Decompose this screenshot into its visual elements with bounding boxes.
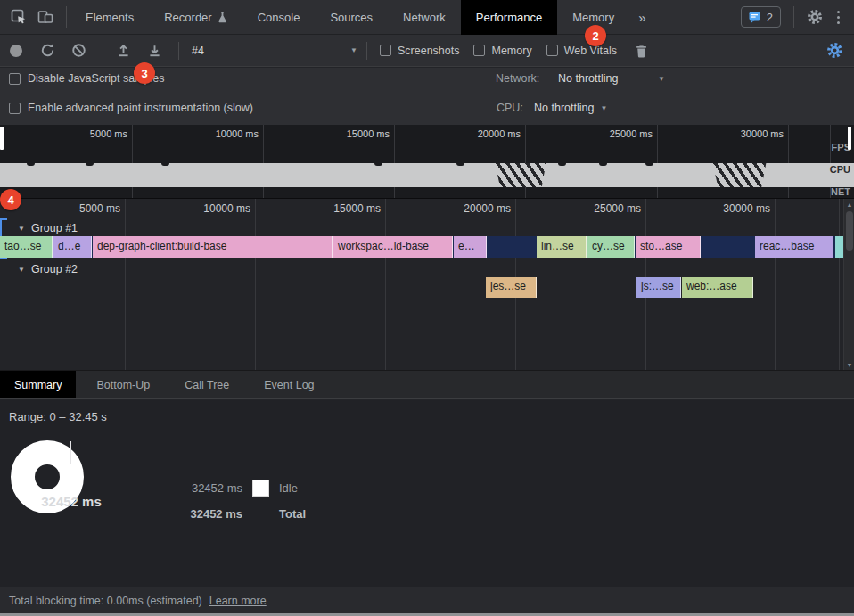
time-tick: 30000 ms: [723, 202, 770, 215]
flame-bar[interactable]: dep-graph-client:build-base: [93, 236, 333, 258]
flame-bar[interactable]: e…: [454, 236, 487, 258]
flame-bar[interactable]: js:…se: [636, 277, 681, 298]
performance-toolbar: #4 ▼ Screenshots Memory Web Vitals: [0, 35, 854, 67]
tab-elements[interactable]: Elements: [70, 0, 149, 35]
cpu-dip: [599, 163, 607, 166]
flame-chart[interactable]: 5000 ms 10000 ms 15000 ms 20000 ms 25000…: [0, 198, 854, 370]
chat-bubble-icon: [749, 12, 761, 23]
cpu-track-label: CPU: [830, 164, 850, 175]
time-tick: 25000 ms: [610, 128, 653, 139]
checkbox-box: [380, 45, 391, 56]
flame-bar[interactable]: jes…se: [486, 277, 537, 298]
tab-performance[interactable]: Performance: [461, 0, 557, 35]
devtools-window: Elements Recorder Console Sources Networ…: [0, 0, 854, 616]
capture-settings-pane: Disable JavaScript samples Enable advanc…: [0, 68, 854, 125]
inspect-element-icon[interactable]: [11, 9, 27, 25]
time-tick: 25000 ms: [594, 202, 641, 215]
checkbox-box: [473, 45, 485, 56]
flame-bar[interactable]: web:…ase: [682, 277, 753, 298]
cpu-hatched-region: [493, 163, 548, 187]
learn-more-link[interactable]: Learn more: [209, 595, 267, 607]
flame-bar[interactable]: workspac…ld-base: [333, 236, 453, 258]
scroll-down-arrow[interactable]: ▼: [844, 362, 854, 368]
time-tick: 15000 ms: [347, 128, 390, 139]
details-tabbar: Summary Bottom-Up Call Tree Event Log: [0, 370, 854, 399]
divider: [103, 42, 103, 60]
device-toolbar-icon[interactable]: [37, 9, 53, 25]
summary-panel: Range: 0 – 32.45 s 32452 ms 32452 ms Idl…: [0, 400, 854, 587]
cpu-throttling-select[interactable]: CPU: No throttling ▼: [497, 102, 607, 114]
time-tick: 20000 ms: [464, 202, 511, 215]
feedback-count: 2: [767, 11, 773, 24]
group-1-header[interactable]: ▼ Group #1: [18, 222, 78, 234]
time-tick: 10000 ms: [216, 128, 259, 139]
capture-settings-gear-icon[interactable]: [826, 42, 843, 59]
tab-event-log[interactable]: Event Log: [250, 371, 328, 398]
tab-console[interactable]: Console: [242, 0, 316, 35]
group-2-header[interactable]: ▼ Group #2: [18, 263, 78, 275]
divider: [178, 42, 179, 60]
checkbox-box: [9, 73, 21, 85]
activity-donut-chart: 32452 ms: [11, 440, 132, 562]
flame-bar[interactable]: lin…se: [537, 236, 587, 258]
chevron-down-icon: ▼: [350, 46, 357, 54]
cpu-dip: [456, 163, 464, 166]
more-tabs-button[interactable]: »: [629, 10, 654, 25]
range-handle-right[interactable]: [848, 127, 851, 150]
checkbox-box: [546, 45, 558, 56]
group-1-track: tao…se d…e dep-graph-client:build-base w…: [0, 236, 843, 258]
devtools-tabbar: Elements Recorder Console Sources Networ…: [0, 0, 854, 35]
memory-checkbox[interactable]: Memory: [473, 45, 531, 57]
record-button[interactable]: [10, 45, 22, 57]
trash-icon[interactable]: [635, 44, 648, 58]
tab-summary[interactable]: Summary: [0, 371, 76, 398]
screenshots-checkbox[interactable]: Screenshots: [380, 45, 459, 57]
flame-bar[interactable]: cy…se: [587, 236, 635, 258]
network-throttling-select[interactable]: Network: No throttling ▼: [496, 72, 665, 85]
cpu-hatched-region: [710, 163, 768, 187]
legend-row-idle: 32452 ms Idle: [185, 480, 298, 497]
tab-network[interactable]: Network: [388, 0, 461, 35]
divider: [66, 6, 67, 28]
vertical-scrollbar[interactable]: ▲ ▼: [843, 199, 854, 371]
advanced-paint-checkbox[interactable]: Enable advanced paint instrumentation (s…: [9, 102, 253, 114]
cpu-dip: [645, 163, 653, 166]
time-tick: 10000 ms: [203, 202, 250, 215]
timeline-overview[interactable]: 5000 ms 10000 ms 15000 ms 20000 ms 25000…: [0, 125, 854, 198]
scroll-up-arrow[interactable]: ▲: [844, 201, 854, 208]
tutorial-step-badge-3: 3: [134, 62, 155, 84]
profile-select[interactable]: #4 ▼: [192, 45, 357, 57]
chevron-down-icon: ▼: [658, 75, 665, 83]
cpu-dip: [374, 163, 382, 166]
save-profile-icon[interactable]: [147, 43, 162, 58]
net-track-label: NET: [831, 186, 850, 197]
clear-icon[interactable]: [71, 43, 86, 58]
feedback-button[interactable]: 2: [741, 6, 781, 28]
range-handle-left[interactable]: [0, 127, 4, 150]
divider: [793, 6, 794, 28]
tab-call-tree[interactable]: Call Tree: [170, 371, 243, 398]
kebab-menu-icon[interactable]: [832, 11, 845, 24]
time-tick: 5000 ms: [90, 128, 127, 139]
flame-bar[interactable]: sto…ase: [636, 236, 701, 258]
flame-bar[interactable]: d…e: [53, 236, 92, 258]
cpu-dip: [27, 163, 35, 166]
reload-and-record-icon[interactable]: [40, 43, 55, 58]
cpu-dip: [161, 163, 169, 166]
experiment-flask-icon: [218, 12, 227, 23]
scrollbar-thumb[interactable]: [846, 211, 853, 251]
flame-bar[interactable]: tao…se: [0, 236, 53, 258]
load-profile-icon[interactable]: [116, 43, 131, 58]
tab-sources[interactable]: Sources: [315, 0, 388, 35]
tab-recorder[interactable]: Recorder: [149, 0, 242, 35]
tutorial-step-badge-4: 4: [0, 189, 21, 210]
settings-gear-icon[interactable]: [807, 9, 823, 25]
divider: [366, 42, 367, 60]
flame-bar[interactable]: reac…base: [755, 236, 833, 258]
collapse-triangle-icon: ▼: [18, 225, 25, 233]
range-text: Range: 0 – 32.45 s: [9, 410, 107, 423]
tab-bottom-up[interactable]: Bottom-Up: [82, 371, 164, 398]
cpu-dip: [558, 163, 566, 166]
web-vitals-checkbox[interactable]: Web Vitals: [546, 45, 617, 57]
time-tick: 15000 ms: [333, 202, 381, 215]
